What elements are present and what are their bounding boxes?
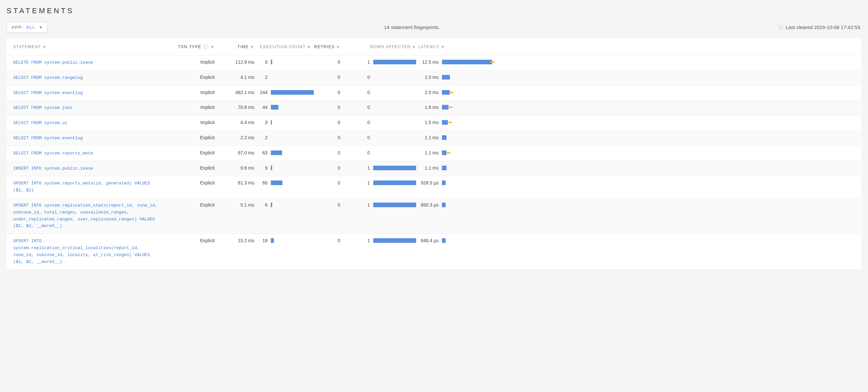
cell-statement: SELECT FROM system.reports_meta (13, 150, 165, 157)
cell-exec-count: 63 (254, 150, 314, 155)
rows-affected-value: 0 (360, 74, 370, 80)
col-header-txn-label: TXN TYPE (178, 44, 201, 49)
cell-rows-affected: 0 (350, 120, 416, 125)
rows-bar (373, 166, 416, 170)
cell-txn-type: Implicit (165, 90, 215, 95)
cell-latency: 1.1 ms (416, 135, 492, 140)
exec-bar (271, 60, 272, 64)
rows-bar-track (373, 181, 416, 185)
exec-bar (271, 105, 278, 109)
exec-bar-track (271, 90, 314, 95)
latency-bar (442, 203, 445, 207)
col-header-latency-label: LATENCY (418, 44, 440, 49)
cell-rows-affected: 0 (350, 90, 416, 95)
cell-time: 70.8 ms (215, 105, 254, 110)
rows-bar-track (373, 60, 416, 64)
cell-statement: INSERT INTO system.public.lease (13, 165, 165, 172)
sort-icon: ▼ (441, 45, 445, 49)
statement-link[interactable]: SELECT FROM system.jobs (13, 105, 72, 110)
latency-bar-track (442, 120, 492, 125)
cell-retries: 0 (314, 238, 350, 243)
cell-latency: 1.1 ms (416, 150, 492, 155)
exec-bar (271, 166, 272, 170)
table-header: STATEMENT ▼ TXN TYPE i ▼ TIME ▼ EXECUTIO… (7, 39, 861, 56)
latency-value: 1.6 ms (416, 105, 439, 110)
table-row: SELECT FROM system.rangelogExplicit4.1 m… (7, 71, 861, 86)
statement-link[interactable]: SELECT FROM system.reports_meta (13, 151, 93, 156)
rows-bar-track (373, 105, 416, 109)
cell-time: 67.0 ms (215, 150, 254, 155)
statement-link[interactable]: UPSERT INTO system.replication_stats(rep… (13, 203, 158, 228)
cell-latency: 1.6 ms (416, 105, 492, 110)
last-cleared: i Last cleared 2019-10-08 17:42:53. (776, 25, 861, 30)
cell-statement: UPSERT INTO system.reports_meta(id, gene… (13, 180, 165, 194)
statement-link[interactable]: SELECT FROM system.ui (13, 121, 67, 125)
latency-bar-track (442, 135, 492, 140)
col-header-exec-count[interactable]: EXECUTION COUNT ▼ (254, 44, 314, 49)
exec-bar (271, 151, 282, 155)
cell-retries: 0 (314, 180, 350, 186)
cell-rows-affected: 0 (350, 150, 416, 155)
latency-value: 1.1 ms (416, 165, 439, 171)
statement-link[interactable]: SELECT FROM system.eventlog (13, 90, 83, 95)
cell-txn-type: Explicit (165, 165, 215, 171)
exec-count-value: 9 (254, 59, 268, 65)
page-title: STATEMENTS (7, 7, 861, 15)
cell-latency: 12.5 ms (416, 59, 492, 65)
rows-bar-track (373, 135, 416, 140)
cell-exec-count: 2 (254, 135, 314, 140)
cell-rows-affected: 1 (350, 59, 416, 65)
col-header-latency[interactable]: LATENCY ▼ (416, 44, 492, 49)
exec-bar (271, 203, 272, 207)
exec-count-value: 3 (254, 120, 268, 125)
cell-time: 4.4 ms (215, 120, 254, 125)
app-filter-label: APP: (11, 25, 24, 30)
latency-bar-track (442, 181, 492, 185)
cell-exec-count: 6 (254, 202, 314, 207)
table-row: UPSERT INTO system.reports_meta(id, gene… (7, 176, 861, 198)
cell-latency: 2.0 ms (416, 74, 492, 80)
statement-link[interactable]: UPSERT INTO system.reports_meta(id, gene… (13, 181, 150, 193)
exec-bar (271, 120, 272, 125)
col-header-rows-affected[interactable]: ROWS AFFECTED ▼ (350, 44, 416, 49)
exec-bar (271, 90, 314, 95)
cell-time: 15.2 ms (215, 238, 254, 243)
statement-link[interactable]: DELETE FROM system.public.lease (13, 60, 93, 65)
exec-bar-track (271, 181, 314, 185)
cell-txn-type: Explicit (165, 150, 215, 155)
col-header-time[interactable]: TIME ▼ (215, 44, 254, 49)
statement-link[interactable]: INSERT INTO system.public.lease (13, 166, 93, 171)
cell-latency: 846.4 µs (416, 238, 492, 243)
statement-link[interactable]: SELECT FROM system.eventlog (13, 136, 83, 140)
cell-rows-affected: 1 (350, 202, 416, 207)
latency-bar-track (442, 60, 492, 64)
cell-retries: 0 (314, 135, 350, 140)
col-header-retries[interactable]: RETRIES ▼ (314, 44, 350, 49)
cell-retries: 0 (314, 90, 350, 95)
latency-marker (447, 122, 452, 123)
cell-statement: UPSERT INTO system.replication_stats(rep… (13, 202, 165, 230)
info-icon: i (778, 25, 783, 30)
rows-bar (373, 203, 416, 207)
statement-link[interactable]: UPSERT INTO system.replication_critical_… (13, 238, 150, 264)
app-filter-value: ALL (26, 25, 36, 30)
cell-time: 112.9 ms (215, 59, 254, 65)
exec-bar-track (271, 166, 314, 170)
cell-exec-count: 18 (254, 238, 314, 243)
last-cleared-timestamp: 2019-10-08 17:42:53. (814, 25, 861, 30)
latency-bar (442, 135, 446, 140)
app-filter-button[interactable]: APP: ALL ▾ (7, 22, 48, 33)
latency-value: 2.0 ms (416, 90, 439, 95)
exec-count-value: 244 (254, 90, 268, 95)
col-header-statement[interactable]: STATEMENT ▼ (13, 44, 165, 49)
cell-exec-count: 3 (254, 120, 314, 125)
latency-bar (442, 105, 448, 109)
table-row: SELECT FROM system.jobsImplicit70.8 ms44… (7, 101, 861, 116)
latency-bar (442, 120, 448, 125)
statement-link[interactable]: SELECT FROM system.rangelog (13, 75, 83, 80)
cell-retries: 0 (314, 165, 350, 171)
exec-bar-track (271, 135, 314, 140)
col-header-txn-type[interactable]: TXN TYPE i ▼ (165, 44, 215, 49)
statements-table: STATEMENT ▼ TXN TYPE i ▼ TIME ▼ EXECUTIO… (7, 39, 861, 269)
exec-count-value: 63 (254, 150, 268, 155)
